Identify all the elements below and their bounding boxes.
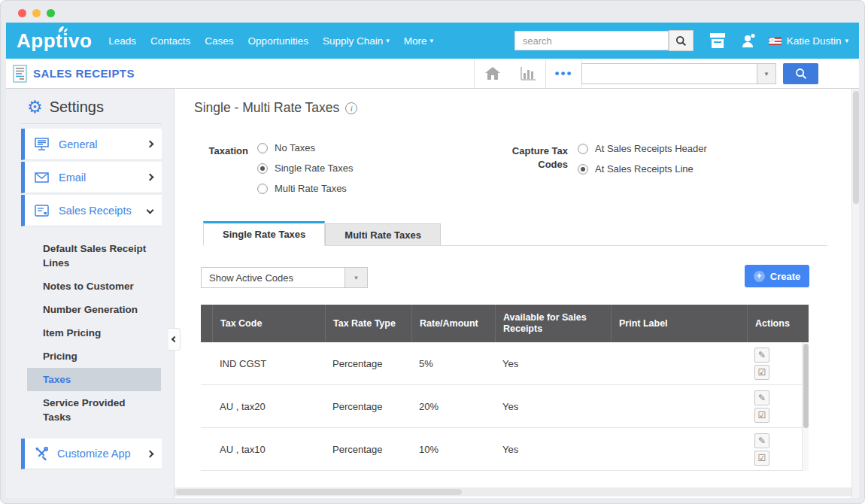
dropdown-caret-button[interactable]: ▼ [344,268,367,287]
table-scrollbar[interactable] [802,342,809,471]
sidebar-subitem-notes-to-customer[interactable]: Notes to Customer [27,275,161,298]
tax-codes-table: Tax Code Tax Rate Type Rate/Amount Avail… [201,305,809,471]
user-name-label: Katie Dustin [787,35,842,47]
sidebar-item-sales-receipts[interactable]: Sales Receipts [21,195,162,226]
nav-item-opportunities[interactable]: Opportunities [248,35,308,47]
sidebar-subitem-taxes[interactable]: Taxes [27,368,161,391]
sidebar-collapse-button[interactable] [168,328,181,351]
horizontal-scrollbar[interactable] [175,487,851,496]
person-icon [740,32,757,49]
info-icon[interactable]: i [345,102,357,114]
app-store-button[interactable] [709,32,727,49]
nav-item-cases[interactable]: Cases [205,35,233,47]
sidebar-item-customize-app[interactable]: Customize App [21,439,162,469]
tab-multi-rate-taxes[interactable]: Multi Rate Taxes [325,223,441,245]
nav-item-contacts[interactable]: Contacts [150,35,190,47]
page-scrollbar-thumb[interactable] [853,91,859,204]
radio-multi-rate-taxes[interactable]: Multi Rate Taxes [257,183,347,194]
checkbox-checked-icon: ☑ [758,368,766,377]
sidebar-subitem-pricing[interactable]: Pricing [27,345,161,368]
cell-rate-amount: 5% [411,358,495,369]
window-zoom-button[interactable] [47,9,55,17]
caret-down-icon: ▾ [845,38,848,44]
codes-filter-value: Show Active Codes [202,272,344,284]
page-scrollbar[interactable] [851,89,859,498]
horizontal-scrollbar-thumb[interactable] [176,489,462,495]
radio-at-sales-receipts-line[interactable]: At Sales Receipts Line [578,163,694,175]
global-search-input[interactable] [514,31,669,50]
more-options-button[interactable]: ••• [546,59,581,88]
storefront-icon [709,32,727,49]
cell-actions: ✎ ☑ [747,348,809,380]
nav-item-supply-chain[interactable]: Supply Chain▾ [323,35,390,47]
plus-icon: + [754,271,765,282]
pencil-icon: ✎ [758,393,766,402]
table-scrollbar-thumb[interactable] [803,344,809,428]
search-icon [675,35,687,47]
sidebar-subitem-service-provided-tasks[interactable]: Service Provided Tasks [27,391,161,429]
search-scope-dropdown[interactable]: ▼ [757,63,776,84]
chevron-down-icon [147,207,154,214]
sidebar-subitem-default-sales-receipt-lines[interactable]: Default Sales Receipt Lines [27,237,161,275]
nav-item-more[interactable]: More▾ [404,35,433,47]
leaf-icon [57,26,69,33]
chevron-left-icon [171,336,177,342]
home-button[interactable] [475,59,510,88]
radio-single-rate-taxes[interactable]: Single Rate Taxes [257,162,354,174]
app-search-button[interactable] [783,63,818,84]
table-row: AU , tax10 Percentage 10% Yes ✎ ☑ [201,428,809,471]
app-search: ▼ [581,63,818,84]
toggle-active-button[interactable]: ☑ [754,408,769,423]
create-button[interactable]: + Create [745,265,809,287]
cell-tax-rate-type: Percentage [325,401,411,412]
caret-down-icon: ▾ [386,38,390,44]
capture-tax-codes-label: Capture Tax Codes [504,144,568,172]
toggle-active-button[interactable]: ☑ [754,451,769,466]
home-icon [484,66,501,80]
cell-available: Yes [495,401,611,412]
global-search-button[interactable] [669,30,694,51]
cell-tax-code: IND CGST [212,358,325,369]
nav-item-leads[interactable]: Leads [108,35,136,47]
chevron-right-icon [147,450,154,457]
reports-button[interactable] [510,59,545,88]
window-controls [18,9,55,17]
cell-tax-code: AU , tax20 [212,401,325,412]
cell-rate-amount: 20% [411,401,495,412]
chevron-right-icon [147,174,154,181]
apptivo-logo[interactable]: Apptivo [17,31,92,50]
edit-button[interactable]: ✎ [754,390,769,405]
codes-filter-select[interactable]: Show Active Codes ▼ [201,267,368,288]
sidebar-item-email[interactable]: Email [21,162,162,193]
edit-button[interactable]: ✎ [754,348,769,363]
user-profile-button[interactable] [740,32,757,49]
divider [21,123,162,124]
column-header-rate-amount: Rate/Amount [411,305,495,342]
table-row: IND CGST Percentage 5% Yes ✎ ☑ [201,342,809,385]
app-search-input[interactable] [581,63,757,84]
main-menu: Leads Contacts Cases Opportunities Suppl… [108,35,433,47]
page-title: Single - Multi Rate Taxes i [194,100,357,116]
cell-tax-rate-type: Percentage [325,358,411,369]
sales-receipt-icon [13,65,27,83]
search-icon [795,68,807,80]
user-menu[interactable]: Katie Dustin ▾ [787,35,848,47]
window-close-button[interactable] [18,9,26,17]
caret-down-icon: ▼ [763,71,769,77]
sidebar-subitem-number-generation[interactable]: Number Generation [27,298,161,321]
toggle-active-button[interactable]: ☑ [754,365,769,380]
window-minimize-button[interactable] [32,9,41,17]
app-title: SALES RECEIPTS [33,67,135,80]
edit-button[interactable]: ✎ [754,433,769,448]
general-icon [35,138,49,150]
rate-taxes-tabs: Single Rate Taxes Multi Rate Taxes [203,221,827,246]
sidebar-subitem-item-pricing[interactable]: Item Pricing [27,321,161,345]
tab-single-rate-taxes[interactable]: Single Rate Taxes [203,221,325,246]
radio-no-taxes[interactable]: No Taxes [257,142,315,153]
sidebar-item-general[interactable]: General [21,129,162,160]
chevron-right-icon [147,141,154,148]
cell-rate-amount: 10% [411,444,495,455]
app-header: SALES RECEIPTS ••• ▼ [6,59,859,89]
taxation-label: Taxation [188,144,248,158]
radio-at-sales-receipts-header[interactable]: At Sales Receipts Header [578,143,707,154]
